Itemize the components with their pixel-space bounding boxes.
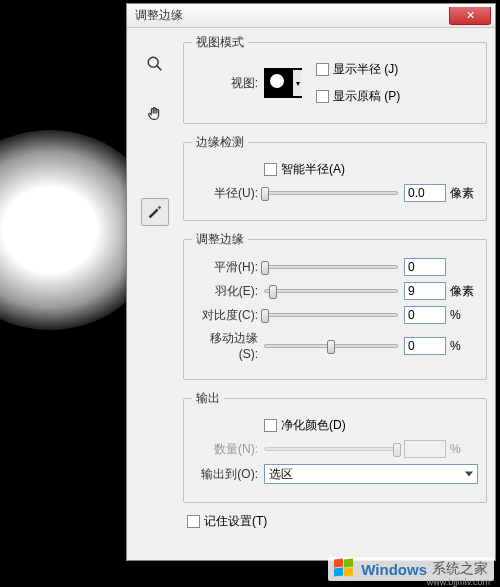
svg-point-0 (148, 57, 158, 67)
show-radius-label: 显示半径 (J) (333, 61, 398, 78)
chevron-down-icon (465, 472, 473, 477)
adjust-edge-group: 调整边缘 平滑(H): 羽化(E): 像素 (183, 231, 487, 380)
smooth-slider[interactable] (264, 265, 398, 269)
tool-column (135, 50, 175, 226)
contrast-label: 对比度(C): (192, 307, 264, 324)
radius-input[interactable] (404, 184, 446, 202)
watermark-url: www.bjjmlv.com (427, 577, 490, 587)
edge-detection-legend: 边缘检测 (192, 134, 248, 151)
close-button[interactable]: ✕ (449, 7, 491, 25)
show-original-label: 显示原稿 (P) (333, 88, 400, 105)
view-swatch-icon (270, 74, 284, 88)
checkbox-box (316, 63, 329, 76)
watermark-brand: Windows (361, 561, 427, 578)
output-to-value: 选区 (269, 466, 293, 483)
zoom-tool-button[interactable] (141, 50, 169, 78)
edge-detection-group: 边缘检测 智能半径(A) 半径(U): 像素 (183, 134, 487, 221)
show-radius-checkbox[interactable]: 显示半径 (J) (316, 61, 400, 78)
chevron-down-icon: ▾ (292, 70, 302, 96)
slider-thumb[interactable] (261, 261, 269, 275)
checkbox-box (264, 163, 277, 176)
shift-edge-input[interactable] (404, 337, 446, 355)
output-legend: 输出 (192, 390, 224, 407)
amount-slider (264, 447, 398, 451)
amount-input (404, 440, 446, 458)
output-group: 输出 净化颜色(D) 数量(N): % 输出到(O): (183, 390, 487, 503)
view-mode-group: 视图模式 视图: ▾ 显示半径 (J) 显示原稿 ( (183, 34, 487, 124)
slider-thumb[interactable] (327, 340, 335, 354)
svg-line-1 (157, 66, 162, 71)
contrast-unit: % (450, 308, 478, 322)
adjust-edge-legend: 调整边缘 (192, 231, 248, 248)
titlebar: 调整边缘 ✕ (127, 4, 495, 28)
smart-radius-label: 智能半径(A) (281, 161, 345, 178)
windows-logo-icon (334, 559, 356, 579)
checkbox-box (316, 90, 329, 103)
decontaminate-checkbox[interactable]: 净化颜色(D) (264, 417, 346, 434)
contrast-input[interactable] (404, 306, 446, 324)
radius-label: 半径(U): (192, 185, 264, 202)
feather-label: 羽化(E): (192, 283, 264, 300)
output-to-select[interactable]: 选区 (264, 464, 478, 484)
view-mode-dropdown[interactable]: ▾ (264, 68, 302, 98)
checkbox-box (264, 419, 277, 432)
amount-unit: % (450, 442, 478, 456)
hand-tool-button[interactable] (141, 100, 169, 128)
smooth-input[interactable] (404, 258, 446, 276)
refine-brush-tool-button[interactable] (141, 198, 169, 226)
shift-edge-unit: % (450, 339, 478, 353)
contrast-slider[interactable] (264, 313, 398, 317)
output-to-label: 输出到(O): (192, 466, 264, 483)
feather-slider[interactable] (264, 289, 398, 293)
slider-thumb[interactable] (261, 187, 269, 201)
view-mode-legend: 视图模式 (192, 34, 248, 51)
checkbox-box (187, 515, 200, 528)
feather-input[interactable] (404, 282, 446, 300)
close-icon: ✕ (466, 9, 475, 21)
slider-thumb (393, 443, 401, 457)
decontaminate-label: 净化颜色(D) (281, 417, 346, 434)
smooth-label: 平滑(H): (192, 259, 264, 276)
view-label: 视图: (192, 75, 264, 92)
refine-edge-dialog: 调整边缘 ✕ 视图模式 视图: (126, 3, 496, 561)
slider-thumb[interactable] (269, 285, 277, 299)
brush-icon (146, 203, 164, 221)
show-original-checkbox[interactable]: 显示原稿 (P) (316, 88, 400, 105)
watermark-brand-cn: 系统之家 (432, 560, 488, 578)
amount-label: 数量(N): (192, 441, 264, 458)
slider-thumb[interactable] (261, 309, 269, 323)
feather-unit: 像素 (450, 283, 478, 300)
hand-icon (146, 105, 164, 123)
shift-edge-slider[interactable] (264, 344, 398, 348)
radius-unit: 像素 (450, 185, 478, 202)
remember-settings-label: 记住设置(T) (204, 513, 267, 530)
magnifier-icon (146, 55, 164, 73)
dialog-title: 调整边缘 (135, 7, 183, 24)
remember-settings-checkbox[interactable]: 记住设置(T) (187, 513, 267, 530)
radius-slider[interactable] (264, 191, 398, 195)
shift-edge-label: 移动边缘(S): (192, 330, 264, 361)
smart-radius-checkbox[interactable]: 智能半径(A) (264, 161, 345, 178)
